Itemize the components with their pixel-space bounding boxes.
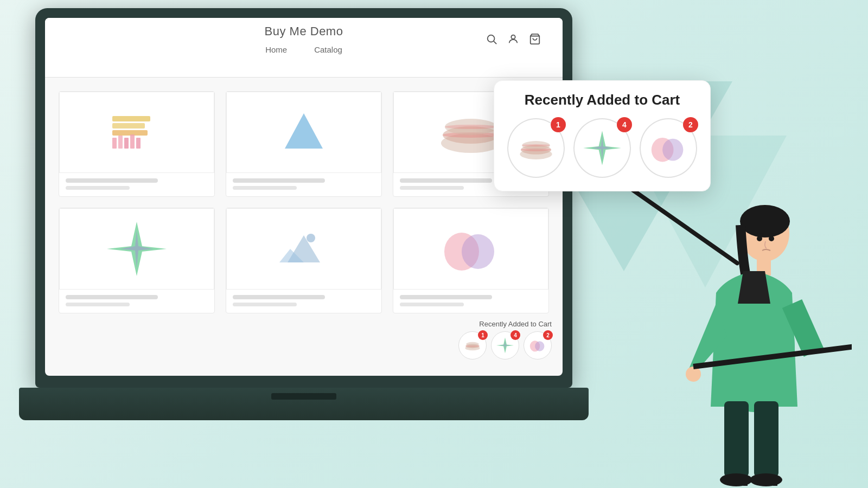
mini-cart-items: 1 4 [458,331,552,359]
product-name-bar-6 [400,295,492,299]
product-card-5[interactable] [226,208,382,313]
person-illustration [656,163,852,488]
product-card-6[interactable] [393,208,549,313]
product-price-bar-3 [400,186,464,190]
user-icon[interactable] [507,33,519,45]
cart-popup-badge-2: 4 [617,117,632,132]
laptop: Buy Me Demo [35,8,583,453]
search-icon[interactable] [486,33,497,45]
svg-point-37 [522,144,550,146]
mini-cart-badge-3: 2 [543,330,553,340]
product-info-5 [226,290,381,313]
product-price-bar-5 [233,303,297,306]
product-name-bar-4 [66,295,158,299]
svg-point-41 [662,139,683,161]
svg-point-28 [466,342,479,346]
product-grid [45,78,563,327]
product-info-2 [226,173,381,196]
browser-header: Buy Me Demo [45,18,563,78]
mini-cart-badge-2: 4 [510,330,520,340]
svg-rect-7 [112,138,117,149]
svg-rect-8 [118,136,123,149]
cart-popup-items: 1 4 2 [507,118,697,178]
svg-point-0 [488,35,495,42]
cart-icon[interactable] [529,33,541,45]
svg-rect-10 [130,134,135,149]
svg-rect-5 [112,123,145,129]
product-image-6 [393,208,548,290]
app-title: Buy Me Demo [265,24,343,38]
nav-catalog[interactable]: Catalog [314,45,342,54]
product-name-bar-1 [66,178,158,183]
svg-point-17 [445,125,497,129]
cart-popup-title: Recently Added to Cart [507,92,697,108]
svg-rect-46 [724,401,749,477]
nav-home[interactable]: Home [265,45,287,54]
product-image-2 [226,92,381,173]
product-image-4 [59,208,214,290]
svg-point-54 [686,367,701,382]
mini-cart-item-3[interactable]: 2 [524,331,552,359]
product-card-4[interactable] [59,208,215,313]
header-icons [486,33,541,45]
laptop-base [19,388,589,420]
product-card-1[interactable] [59,91,215,197]
mini-cart-badge-1: 1 [478,330,488,340]
cart-popup-badge-3: 2 [683,117,698,132]
product-image-5 [226,208,381,290]
svg-point-2 [511,35,515,39]
product-price-bar-2 [233,186,297,190]
product-info-4 [59,290,214,313]
svg-point-20 [307,234,315,242]
svg-point-52 [757,236,762,241]
product-name-bar-3 [400,178,492,183]
svg-rect-6 [112,130,148,136]
svg-point-53 [769,236,774,241]
svg-marker-19 [120,230,153,268]
laptop-screen: Buy Me Demo [45,18,563,376]
svg-rect-47 [754,401,778,477]
svg-point-24 [462,234,494,269]
cart-popup-item-3[interactable]: 2 [640,118,697,178]
svg-rect-11 [136,138,141,149]
svg-rect-4 [112,116,150,121]
svg-point-32 [535,341,544,351]
mini-cart-item-2[interactable]: 4 [491,331,519,359]
mini-cart-item-1[interactable]: 1 [458,331,487,359]
svg-rect-50 [743,476,748,486]
product-image-1 [59,92,214,173]
svg-marker-12 [285,113,323,149]
product-info-1 [59,173,214,196]
svg-marker-39 [592,136,612,160]
product-price-bar-1 [66,186,130,190]
mini-cart-label: Recently Added to Cart [458,320,552,328]
cart-popup: Recently Added to Cart 1 4 [494,80,711,191]
svg-rect-51 [773,476,777,486]
cart-popup-item-2[interactable]: 4 [573,118,631,178]
product-price-bar-6 [400,303,464,306]
product-name-bar-5 [233,295,325,299]
svg-line-1 [494,41,496,44]
mini-cart-section: Recently Added to Cart 1 [458,320,552,359]
nav-links: Home Catalog [265,45,342,54]
product-info-6 [393,290,548,313]
cart-popup-badge-1: 1 [551,117,566,132]
svg-marker-30 [500,340,509,351]
product-price-bar-4 [66,303,130,306]
product-card-2[interactable] [226,91,382,197]
cart-popup-item-1[interactable]: 1 [507,118,565,178]
svg-point-44 [740,205,790,237]
laptop-bezel: Buy Me Demo [35,8,572,388]
svg-rect-9 [124,138,129,149]
product-name-bar-2 [233,178,325,183]
